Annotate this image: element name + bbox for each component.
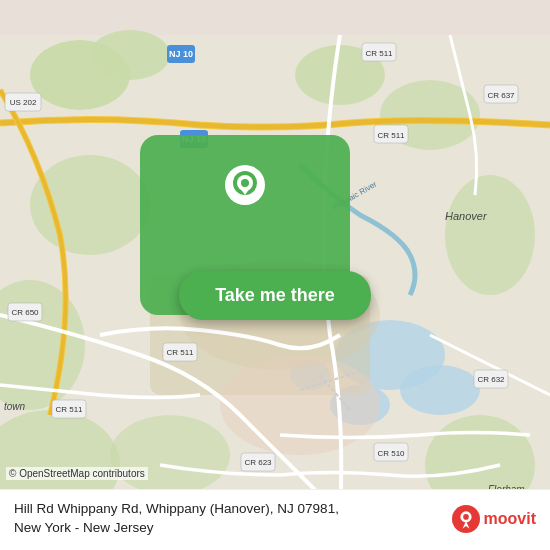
bottom-bar: Hill Rd Whippany Rd, Whippany (Hanover),…: [0, 489, 550, 550]
svg-text:CR 623: CR 623: [244, 458, 272, 467]
svg-point-56: [463, 514, 469, 520]
svg-text:CR 650: CR 650: [11, 308, 39, 317]
address-text: Hill Rd Whippany Rd, Whippany (Hanover),…: [14, 500, 452, 538]
svg-text:CR 511: CR 511: [377, 131, 405, 140]
address-line1: Hill Rd Whippany Rd, Whippany (Hanover),…: [14, 501, 339, 516]
take-me-there-button[interactable]: Take me there: [179, 271, 371, 320]
app: Passaic River NJ 10 CR 511 US 202 CR 637…: [0, 0, 550, 550]
moovit-brand-text: moovit: [484, 510, 536, 528]
svg-text:town: town: [4, 401, 26, 412]
svg-point-6: [90, 30, 170, 80]
osm-text: © OpenStreetMap contributors: [9, 468, 145, 479]
svg-text:CR 637: CR 637: [487, 91, 515, 100]
svg-point-53: [241, 179, 249, 187]
svg-text:US 202: US 202: [10, 98, 37, 107]
svg-point-9: [445, 175, 535, 295]
address-line2: New York - New Jersey: [14, 520, 154, 535]
svg-text:CR 511: CR 511: [55, 405, 83, 414]
osm-attribution: © OpenStreetMap contributors: [6, 467, 148, 480]
svg-text:CR 632: CR 632: [477, 375, 505, 384]
svg-point-2: [400, 365, 480, 415]
svg-point-17: [220, 355, 380, 455]
svg-text:Hanover: Hanover: [445, 210, 488, 222]
svg-text:CR 511: CR 511: [365, 49, 393, 58]
moovit-logo[interactable]: moovit: [452, 505, 536, 533]
svg-text:CR 511: CR 511: [166, 348, 194, 357]
svg-point-10: [30, 155, 150, 255]
svg-text:CR 510: CR 510: [377, 449, 405, 458]
svg-point-13: [110, 415, 230, 495]
moovit-icon: [452, 505, 480, 533]
svg-text:NJ 10: NJ 10: [169, 49, 193, 59]
